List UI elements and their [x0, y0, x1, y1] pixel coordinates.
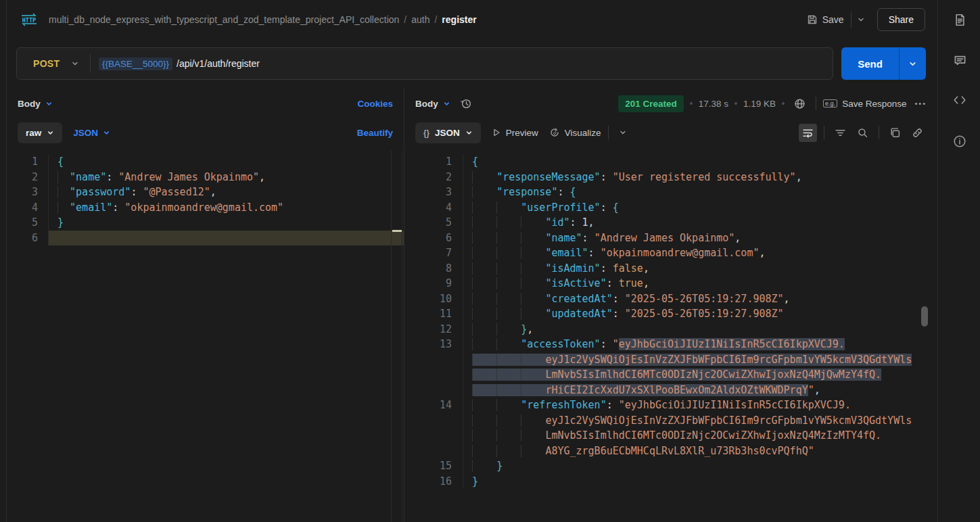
code-line[interactable]: 1{ — [404, 154, 937, 170]
body-type-select[interactable]: raw — [18, 122, 62, 143]
request-body-tab[interactable]: Body — [18, 99, 53, 109]
code-line[interactable]: 16} — [404, 474, 937, 490]
documentation-icon[interactable] — [950, 10, 969, 29]
copy-icon[interactable] — [886, 124, 904, 142]
more-options-button[interactable]: ••• — [914, 99, 927, 108]
response-time[interactable]: 17.38 s — [699, 99, 728, 109]
code-snippet-icon[interactable] — [950, 91, 969, 110]
send-options-button[interactable] — [900, 47, 926, 80]
search-icon[interactable] — [854, 124, 872, 142]
response-scrollbar-thumb[interactable] — [921, 306, 928, 327]
code-line[interactable]: eyJ1c2VySWQiOjEsInVzZXJFbWFpbCI6Im9rcGFp… — [404, 413, 937, 429]
url-input[interactable]: {{BASE__5000}} /api/v1/auth/register — [99, 57, 260, 70]
chevron-down-icon — [47, 129, 54, 137]
cursor-position-mark — [392, 230, 402, 232]
code-line[interactable]: LmNvbSIsImlhdCI6MTc0ODIzNjc2OCwiZXhwIjox… — [404, 367, 937, 383]
send-button-group: Send — [841, 47, 926, 80]
cookies-link[interactable]: Cookies — [357, 99, 393, 109]
code-line[interactable]: 7 "email": "okpainmoandrew@gmail.com", — [404, 245, 937, 261]
response-format-select[interactable]: {} JSON — [415, 122, 481, 143]
response-body-viewer[interactable]: 1{2 "responseMessage": "User registered … — [404, 150, 937, 522]
language-select[interactable]: JSON — [73, 128, 110, 138]
code-line[interactable]: 11 "updatedAt": "2025-05-26T05:19:27.908… — [404, 306, 937, 322]
chevron-down-icon — [103, 129, 110, 137]
wrap-text-button[interactable] — [799, 124, 817, 142]
breadcrumb-collection[interactable]: multi_db_node_express_with_typescript_an… — [49, 14, 399, 25]
chevron-down-icon — [619, 128, 627, 137]
code-line[interactable]: 13 "accessToken": "eyJhbGciOiJIUzI1NiIsI… — [404, 337, 937, 352]
info-icon[interactable] — [950, 132, 969, 151]
request-body-editor[interactable]: 1{2 "name": "Andrew James Okpainmo",3 "p… — [7, 150, 404, 522]
request-url-row: POST {{BASE__5000}} /api/v1/auth/registe… — [7, 45, 937, 82]
save-icon — [807, 14, 818, 25]
line-number: 7 — [404, 245, 463, 261]
format-options-chevron[interactable] — [615, 125, 630, 140]
line-number: 2 — [404, 170, 463, 185]
code-line[interactable]: 3 "response": { — [404, 185, 937, 200]
status-badge[interactable]: 201 Created — [618, 95, 684, 112]
send-button[interactable]: Send — [841, 47, 900, 80]
line-number — [404, 444, 463, 459]
preview-button[interactable]: Preview — [492, 128, 538, 138]
beautify-link[interactable]: Beautify — [357, 128, 393, 138]
breadcrumb-separator: / — [434, 14, 437, 25]
code-line[interactable]: 4 "email": "okpainmoandrew@gmail.com" — [7, 200, 404, 216]
response-size[interactable]: 1.19 KB — [743, 99, 776, 109]
code-line[interactable]: 3 "password": "@Passed12", — [7, 185, 404, 200]
url-builder: POST {{BASE__5000}} /api/v1/auth/registe… — [16, 47, 833, 80]
code-line[interactable]: 14 "refreshToken": "eyJhbGciOiJIUzI1NiIs… — [404, 398, 937, 413]
code-line[interactable]: 6 "name": "Andrew James Okpainmo", — [404, 231, 937, 246]
line-number: 15 — [404, 458, 463, 474]
response-body-tab[interactable]: Body — [415, 99, 450, 109]
code-line[interactable]: eyJ1c2VySWQiOjEsInVzZXJFbWFpbCI6Im9rcGFp… — [404, 352, 937, 368]
breadcrumb-request-name[interactable]: register — [442, 14, 476, 25]
svg-text:HTTP: HTTP — [22, 17, 36, 24]
line-number: 14 — [404, 398, 463, 413]
network-globe-icon[interactable] — [791, 95, 809, 113]
line-number — [404, 413, 463, 429]
line-number: 6 — [404, 231, 463, 246]
save-response-button[interactable]: e.g. Save Response — [823, 99, 906, 109]
line-number: 5 — [7, 215, 49, 231]
share-button[interactable]: Share — [877, 8, 925, 31]
line-number: 13 — [404, 337, 463, 352]
visualize-button[interactable]: Visualize — [549, 127, 601, 138]
code-line[interactable]: rHiCEI2IcXxdU7xSXlPooBEwxOm2AldxOZtWKWDP… — [404, 383, 937, 398]
code-line[interactable]: 2 "name": "Andrew James Okpainmo", — [7, 170, 404, 185]
code-line[interactable]: 15 } — [404, 458, 937, 474]
line-number: 4 — [404, 200, 463, 216]
save-button[interactable]: Save — [800, 10, 851, 29]
filter-icon[interactable] — [831, 124, 849, 142]
response-panel: Body 201 Created 17.38 s 1.19 KB e.g. Sa… — [404, 88, 937, 522]
code-line[interactable]: 5 "id": 1, — [404, 215, 937, 231]
play-icon — [492, 128, 501, 137]
collapsed-sidebar-rail — [0, 0, 7, 522]
code-line[interactable]: LmNvbSIsImlhdCI6MTc0ODIzNjc2OCwiZXhwIjox… — [404, 428, 937, 444]
code-line[interactable]: 10 "createdAt": "2025-05-26T05:19:27.908… — [404, 291, 937, 307]
method-selector[interactable]: POST — [17, 58, 90, 69]
line-number: 10 — [404, 291, 463, 307]
response-history-icon[interactable] — [457, 95, 475, 113]
chevron-down-icon — [908, 60, 917, 68]
url-environment-variable[interactable]: {{BASE__5000}} — [99, 57, 172, 70]
code-line[interactable]: A8YG_zrgB6uECbMHCqLRvL8XlR_u73Rb3hs0cvPQ… — [404, 444, 937, 459]
line-number: 4 — [7, 200, 49, 216]
code-line[interactable]: 9 "isActive": true, — [404, 276, 937, 291]
url-path: /api/v1/auth/register — [174, 58, 260, 69]
code-line[interactable]: 6 — [7, 231, 404, 246]
line-number: 11 — [404, 306, 463, 322]
breadcrumb-folder[interactable]: auth — [411, 14, 429, 25]
link-icon[interactable] — [908, 124, 927, 142]
save-options-button[interactable] — [851, 11, 870, 28]
line-number: 6 — [7, 231, 49, 246]
code-line[interactable]: 5} — [7, 215, 404, 231]
code-line[interactable]: 2 "responseMessage": "User registered su… — [404, 170, 937, 185]
comments-icon[interactable] — [950, 51, 969, 70]
editor-overview-ruler[interactable] — [391, 150, 402, 522]
line-number: 9 — [404, 276, 463, 291]
code-line[interactable]: 8 "isAdmin": false, — [404, 261, 937, 277]
line-number: 1 — [7, 154, 49, 170]
code-line[interactable]: 1{ — [7, 154, 404, 170]
code-line[interactable]: 4 "userProfile": { — [404, 200, 937, 216]
code-line[interactable]: 12 }, — [404, 322, 937, 337]
